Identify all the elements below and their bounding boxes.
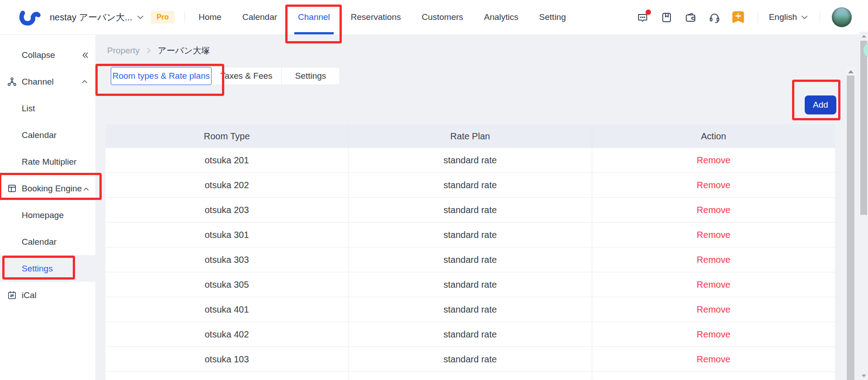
content-scrollbar[interactable] <box>846 67 855 380</box>
ical-icon <box>7 290 17 300</box>
sidebar-item-homepage[interactable]: Homepage <box>0 202 95 228</box>
column-header-rate-plan: Rate Plan <box>349 124 592 148</box>
property-tabs: Room types & Rate plans Taxes & Fees Set… <box>111 67 340 85</box>
sidebar-item-channel-calendar[interactable]: Calendar <box>0 122 95 148</box>
headset-icon[interactable] <box>708 11 721 24</box>
top-navbar: nestay アーバン大... Pro Home Calendar Channe… <box>0 0 868 35</box>
remove-link[interactable]: Remove <box>592 148 835 172</box>
header-right-tools: English <box>637 7 868 27</box>
main-content: Property アーバン大塚 Room types & Rate plans … <box>95 35 868 380</box>
room-type-cell: otsuka 401 <box>105 297 349 322</box>
sidebar-item-ical[interactable]: iCal <box>0 282 95 309</box>
room-rate-table: Room Type Rate Plan Action otsuka 201 st… <box>105 124 835 380</box>
rate-plan-cell: standard rate <box>349 272 592 297</box>
table-row: otsuka 202 standard rate Remove <box>105 173 835 198</box>
room-type-cell: otsuka 203 <box>105 198 349 222</box>
chevron-right-icon <box>146 48 152 54</box>
page-scrollbar[interactable] <box>859 32 868 380</box>
bookmark-icon[interactable] <box>660 11 673 24</box>
language-selector[interactable]: English <box>769 12 808 22</box>
rate-plan-cell: standard rate <box>349 173 592 197</box>
table-row: otsuka 401 standard rate Remove <box>105 297 835 322</box>
table-row: otsuka 303 standard rate Remove <box>105 247 835 272</box>
rate-plan-cell: standard rate <box>349 347 592 371</box>
sidebar: Collapse Channel List Calendar Rate Mult… <box>0 35 95 380</box>
sidebar-item-booking-engine[interactable]: Booking Engine <box>0 175 95 202</box>
language-label: English <box>769 12 797 22</box>
room-type-cell: otsuka 402 <box>105 322 349 347</box>
add-button[interactable]: Add <box>805 95 836 114</box>
sidebar-item-settings[interactable]: Settings <box>0 255 95 282</box>
scrollbar-thumb[interactable] <box>847 76 854 380</box>
remove-link[interactable]: Remove <box>592 198 835 222</box>
orange-plus-tag-icon[interactable] <box>732 11 744 24</box>
remove-link[interactable]: Remove <box>592 173 835 197</box>
rate-plan-cell: standard rate <box>349 198 592 222</box>
property-selector[interactable]: nestay アーバン大... <box>50 11 144 24</box>
remove-link[interactable]: Remove <box>592 272 835 297</box>
column-header-action: Action <box>592 124 835 148</box>
table-row: otsuka 203 standard rate Remove <box>105 198 835 223</box>
column-header-room-type: Room Type <box>105 124 349 148</box>
sidebar-item-rate-multiplier[interactable]: Rate Multiplier <box>0 148 95 175</box>
user-avatar[interactable] <box>832 7 852 27</box>
breadcrumb-property[interactable]: Property <box>107 46 140 56</box>
nav-item-reservations[interactable]: Reservations <box>351 0 401 34</box>
sidebar-item-booking-calendar[interactable]: Calendar <box>0 228 95 255</box>
remove-link[interactable]: Remove <box>592 297 835 322</box>
rate-plan-cell: standard rate <box>349 247 592 272</box>
table-row: otsuka 201 standard rate Remove <box>105 148 835 173</box>
main-nav: Home Calendar Channel Reservations Custo… <box>198 0 566 34</box>
scroll-down-arrow-icon[interactable] <box>862 375 866 377</box>
room-type-cell: otsuka 103 <box>105 347 349 371</box>
nav-item-calendar[interactable]: Calendar <box>242 0 277 34</box>
scrollbar-thumb[interactable] <box>860 41 867 215</box>
property-selector-label: nestay アーバン大... <box>50 11 132 24</box>
nav-item-analytics[interactable]: Analytics <box>484 0 519 34</box>
wallet-icon[interactable] <box>684 11 697 24</box>
room-type-cell: otsuka 301 <box>105 223 349 247</box>
table-row-partial <box>105 372 835 380</box>
scroll-up-arrow-icon[interactable] <box>848 70 854 73</box>
booking-engine-window-icon <box>7 183 17 194</box>
nav-item-setting[interactable]: Setting <box>539 0 566 34</box>
nav-item-home[interactable]: Home <box>198 0 222 34</box>
nav-item-channel[interactable]: Channel <box>298 0 330 34</box>
remove-link[interactable]: Remove <box>592 347 835 371</box>
nestay-logo[interactable] <box>18 6 41 28</box>
remove-link[interactable]: Remove <box>592 223 835 247</box>
room-type-cell: otsuka 303 <box>105 247 349 272</box>
chevron-up-icon <box>83 186 90 193</box>
double-chevron-left-icon <box>81 51 89 59</box>
rate-plan-cell: standard rate <box>349 322 592 347</box>
table-row: otsuka 103 standard rate Remove <box>105 347 835 372</box>
nav-item-customers[interactable]: Customers <box>422 0 463 34</box>
table-header-row: Room Type Rate Plan Action <box>105 124 835 148</box>
chevron-down-icon <box>137 14 144 21</box>
tab-room-types-rate-plans[interactable]: Room types & Rate plans <box>111 67 212 85</box>
rate-plan-cell: standard rate <box>349 297 592 322</box>
message-icon[interactable] <box>637 11 649 24</box>
rate-plan-cell: standard rate <box>349 148 592 172</box>
pro-badge: Pro <box>151 11 175 24</box>
sidebar-item-list[interactable]: List <box>0 95 95 122</box>
room-type-cell: otsuka 201 <box>105 148 349 172</box>
channel-nodes-icon <box>7 76 17 87</box>
breadcrumb-current-property: アーバン大塚 <box>158 45 210 57</box>
table-row: otsuka 305 standard rate Remove <box>105 272 835 297</box>
tab-settings[interactable]: Settings <box>281 67 340 85</box>
tab-taxes-fees[interactable]: Taxes & Fees <box>212 67 281 85</box>
table-row: otsuka 402 standard rate Remove <box>105 322 835 347</box>
breadcrumb: Property アーバン大塚 <box>107 45 210 57</box>
remove-link[interactable]: Remove <box>592 322 835 347</box>
remove-link[interactable]: Remove <box>592 247 835 272</box>
room-type-cell: otsuka 305 <box>105 272 349 297</box>
table-row: otsuka 301 standard rate Remove <box>105 223 835 247</box>
scroll-up-arrow-icon[interactable] <box>862 35 866 38</box>
divider <box>758 11 758 23</box>
sidebar-collapse-button[interactable]: Collapse <box>0 42 95 68</box>
collapse-label: Collapse <box>22 50 55 60</box>
active-nav-underline <box>294 32 334 34</box>
room-type-cell: otsuka 202 <box>105 173 349 197</box>
sidebar-item-channel[interactable]: Channel <box>0 68 95 95</box>
